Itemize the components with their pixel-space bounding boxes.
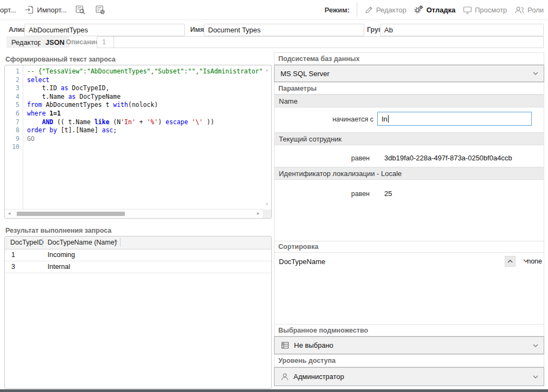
column-divider[interactable] [120, 238, 121, 247]
code-line: order by [t].[Name] asc; [27, 126, 262, 135]
scroll-down-icon[interactable]: ▼ [265, 202, 269, 207]
param-name-input-value: In [382, 115, 387, 123]
code-line: AND (( t.Name like (N'In' + '%') escape … [27, 118, 262, 127]
name-input[interactable]: Document Types [204, 24, 364, 36]
chevron-up-icon [507, 260, 513, 263]
description-label: Описание [66, 38, 99, 46]
line-number: 2 [5, 76, 19, 85]
mode-editor[interactable]: Редактор [364, 5, 406, 15]
group-input[interactable]: Ab [380, 24, 544, 36]
person-icon [280, 373, 289, 381]
table-row[interactable]: 3Internal [5, 261, 271, 273]
scroll-up-icon[interactable]: ▲ [265, 67, 269, 72]
results-table-header[interactable]: DocTypeID DocTypeName (Name) ^ [5, 236, 271, 249]
tab-json[interactable]: JSON [41, 36, 69, 48]
mode-preview-label: Просмотр [475, 6, 507, 14]
view-editor-window: орт... Импорт... [0, 0, 548, 392]
cell-doctypename: Incoming [48, 251, 75, 259]
code-line: select [27, 76, 262, 85]
chevron-down-icon [533, 344, 538, 347]
vertical-scrollbar[interactable]: ▲ ▼ [263, 65, 271, 209]
sort-ascending-icon[interactable]: ^ [115, 239, 117, 245]
description-box[interactable]: 1 [97, 36, 544, 48]
mode-debug-label: Отладка [426, 6, 456, 14]
column-header-doctypename[interactable]: DocTypeName (Name) [48, 239, 117, 246]
param-name-input[interactable]: In [377, 112, 532, 126]
scroll-left-icon[interactable]: ◄ [7, 211, 11, 216]
param-locale-label: Идентификатор локализации - Locale [279, 170, 402, 178]
sorting-panel: DocTypeName none [274, 253, 544, 324]
column-divider[interactable] [42, 238, 43, 247]
code-line: where 1=1 [27, 110, 262, 118]
mode-switcher: Режим: Редактор [324, 0, 544, 19]
window-bottom-edge [0, 389, 548, 392]
view-preview-button[interactable] [75, 4, 86, 15]
toolbar-left-group: орт... Импорт... [0, 0, 106, 19]
subset-header: Выбранное подмножество [274, 324, 544, 336]
mode-roles[interactable]: Роли [514, 5, 544, 15]
param-employee-value: 3db19fa0-228a-497f-873a-0250bf0a4ccb [384, 154, 512, 162]
sql-editor[interactable]: 12345678910 -- {"TessaView":"AbDocumentT… [4, 65, 272, 219]
sort-move-up-button[interactable] [505, 256, 516, 267]
scroll-right-icon[interactable]: ► [256, 211, 260, 216]
cell-doctypeid: 3 [11, 263, 15, 271]
view-settings-button[interactable] [95, 4, 106, 15]
param-employee-operator: равен [275, 154, 370, 162]
table-row[interactable]: 1Incoming [5, 249, 271, 261]
alias-input[interactable]: AbDocumentTypes [24, 24, 185, 36]
access-level-value: Администратор [293, 373, 344, 381]
subset-dropdown[interactable]: Не выбрано [274, 336, 544, 354]
results-table: DocTypeID DocTypeName (Name) ^ 1Incoming… [4, 236, 272, 389]
line-number: 1 [5, 67, 19, 76]
column-header-doctypeid[interactable]: DocTypeID [10, 239, 44, 246]
import-button[interactable]: Импорт... [24, 5, 67, 15]
cell-doctypeid: 1 [11, 251, 15, 259]
db-subsystem-value: MS SQL Server [280, 70, 330, 78]
code-line: t.Name as DocTypeName [27, 93, 262, 102]
import-button-label: Импорт... [37, 6, 67, 14]
view-search-icon [75, 4, 86, 15]
line-number: 10 [5, 143, 19, 152]
description-value: 1 [97, 37, 114, 48]
code-line: from AbDocumentTypes t with(nolock) [27, 101, 262, 110]
mode-debug[interactable]: Отладка [413, 5, 456, 15]
sorting-header: Сортировка [274, 241, 544, 253]
line-number: 4 [5, 93, 19, 102]
cell-doctypename: Internal [48, 263, 70, 271]
results-table-body: 1Incoming3Internal [5, 249, 271, 273]
scrollbar-corner [263, 209, 271, 218]
code-line [27, 143, 262, 152]
param-employee-band: Текущий сотрудник [275, 132, 544, 145]
export-button-label: орт... [0, 6, 16, 14]
sort-field-name: DocTypeName [279, 258, 325, 266]
alias-value: AbDocumentTypes [29, 26, 88, 34]
monitor-icon [463, 5, 472, 15]
parameters-header: Параметры [274, 82, 544, 94]
line-number: 7 [5, 118, 19, 127]
mode-preview[interactable]: Просмотр [463, 5, 507, 15]
query-panel-title: Сформированный текст запроса [5, 56, 116, 63]
chevron-down-icon [533, 72, 538, 75]
tab-json-label: JSON [45, 38, 64, 46]
right-panel: Подсистема баз данных MS SQL Server Пара… [274, 52, 544, 386]
sort-direction-value[interactable]: none [527, 258, 542, 265]
export-button-truncated[interactable]: орт... [0, 6, 16, 14]
horizontal-scrollbar[interactable]: ◄ ► [5, 209, 263, 218]
line-number: 9 [5, 135, 19, 144]
import-icon [24, 5, 34, 15]
param-locale-band: Идентификатор локализации - Locale [275, 167, 544, 180]
line-number-gutter: 12345678910 [5, 65, 23, 209]
name-label: Имя [190, 26, 204, 33]
line-number: 5 [5, 101, 19, 110]
results-panel-title: Результат выполнения запроса [5, 227, 111, 234]
tab-editor-label: Редактор [11, 38, 42, 46]
param-name-band: Name [275, 94, 544, 107]
access-level-dropdown[interactable]: Администратор [274, 367, 544, 386]
code-line: -- {"TessaView":"AbDocumentTypes","Subse… [27, 67, 262, 76]
param-locale-operator: равен [275, 190, 370, 198]
subset-value: Не выбрано [294, 341, 333, 349]
group-value: Ab [384, 26, 393, 34]
access-level-header: Уровень доступа [274, 354, 544, 367]
db-subsystem-dropdown[interactable]: MS SQL Server [274, 65, 544, 82]
horizontal-scroll-thumb[interactable] [17, 212, 125, 216]
